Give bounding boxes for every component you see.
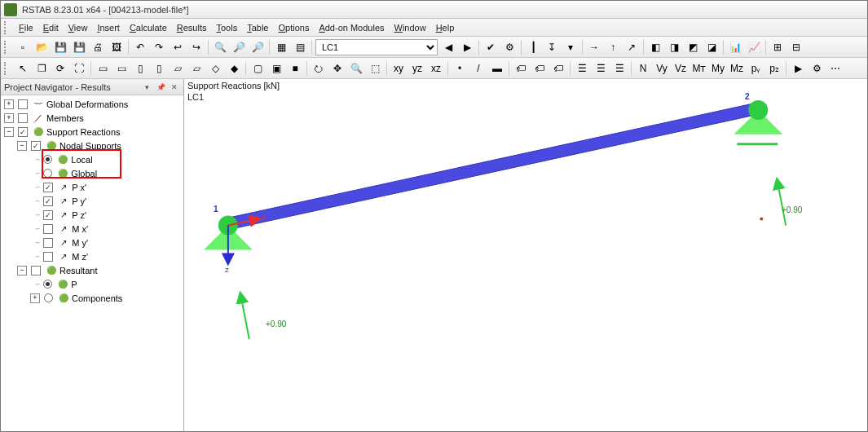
checkbox[interactable]: [31, 141, 41, 151]
tb-top[interactable]: ▱: [169, 60, 187, 77]
tb-filter[interactable]: ▾: [562, 38, 579, 56]
menu-results[interactable]: Results: [172, 21, 212, 34]
tb-cursor[interactable]: ↖: [14, 60, 32, 77]
expand-icon[interactable]: +: [4, 113, 14, 123]
tb-line[interactable]: /: [469, 60, 487, 77]
tb-find[interactable]: 🔎: [230, 38, 248, 56]
tree-row-px[interactable]: ··· ↗ P x': [1, 180, 183, 194]
tb-cfg[interactable]: ⚙: [500, 38, 518, 56]
tb-fit[interactable]: ⛶: [70, 60, 88, 77]
tree-row-members[interactable]: + ／ Members: [1, 111, 183, 125]
checkbox[interactable]: [43, 210, 53, 220]
tb-xz[interactable]: xz: [427, 60, 445, 77]
tb-My[interactable]: My: [709, 60, 727, 77]
tb-anim[interactable]: ▶: [789, 60, 807, 77]
radio-local[interactable]: [43, 155, 52, 164]
tb-res-d[interactable]: ◪: [703, 38, 720, 56]
menu-tools[interactable]: Tools: [211, 21, 242, 34]
tb-rx[interactable]: →: [585, 38, 603, 56]
tb-hidden[interactable]: ▣: [267, 60, 285, 77]
tb-xy[interactable]: xy: [390, 60, 408, 77]
tb-member-forces[interactable]: ┃: [524, 38, 542, 56]
tree-row-py[interactable]: ··· ↗ P y': [1, 194, 183, 208]
menu-insert[interactable]: Insert: [92, 21, 125, 34]
tb-iso[interactable]: ◇: [206, 60, 224, 77]
checkbox[interactable]: [31, 266, 41, 276]
pin-icon[interactable]: 📌: [155, 82, 166, 93]
expand-icon[interactable]: +: [4, 99, 14, 109]
menu-table[interactable]: Table: [242, 21, 273, 34]
checkbox[interactable]: [43, 196, 53, 206]
tb-back[interactable]: ▭: [112, 60, 130, 77]
menu-calculate[interactable]: Calculate: [125, 21, 172, 34]
tb-member-loads[interactable]: ↧: [543, 38, 561, 56]
tb-zoom-win[interactable]: ⬚: [366, 60, 384, 77]
tb-shade[interactable]: ■: [286, 60, 304, 77]
tb-chart[interactable]: 📊: [726, 38, 744, 56]
collapse-icon[interactable]: −: [17, 141, 27, 151]
tb-orbit[interactable]: ⭮: [310, 60, 328, 77]
tb-Mt[interactable]: Mᴛ: [690, 60, 708, 77]
tree-row-p[interactable]: ··· 🟢 P: [1, 277, 183, 291]
checkbox[interactable]: [18, 99, 28, 109]
tb-right[interactable]: ▯: [150, 60, 168, 77]
tb-opts[interactable]: ⚙: [808, 60, 826, 77]
tb-Vy[interactable]: Vy: [653, 60, 671, 77]
radio-p[interactable]: [43, 280, 52, 289]
toolbar-handle[interactable]: [4, 41, 9, 54]
radio-global[interactable]: [43, 169, 52, 178]
toolbar-handle-2[interactable]: [4, 62, 9, 75]
tb-tag2[interactable]: 🏷: [531, 60, 549, 77]
tb-print-preview[interactable]: 🖼: [108, 38, 126, 56]
tb-nav-prev[interactable]: ◀: [439, 38, 457, 56]
tb-save-all[interactable]: 💾: [70, 38, 88, 56]
tree-row-global[interactable]: ··· 🟢 Global: [1, 166, 183, 180]
menu-options[interactable]: Options: [273, 21, 314, 34]
tree-row-support-reactions[interactable]: − 🟢 Support Reactions: [1, 125, 183, 139]
tb-more[interactable]: ⋯: [826, 60, 844, 77]
tb-refresh[interactable]: ⟳: [51, 60, 69, 77]
menu-handle[interactable]: [4, 21, 9, 34]
checkbox[interactable]: [43, 183, 53, 192]
tree-row-resultant[interactable]: − 🟢 Resultant: [1, 263, 183, 277]
tb-res-b[interactable]: ◨: [665, 38, 683, 56]
tb-node[interactable]: •: [451, 60, 469, 77]
tb-open[interactable]: 📂: [33, 38, 51, 56]
tb-Vz[interactable]: Vz: [672, 60, 690, 77]
menu-file[interactable]: File: [14, 21, 38, 34]
menu-add-on-modules[interactable]: Add-on Modules: [314, 21, 389, 34]
tb-find-next[interactable]: 🔎: [249, 38, 267, 56]
tree-row-global-deformations[interactable]: + 〰 Global Deformations: [1, 97, 183, 111]
tb-new-doc[interactable]: ▫: [14, 38, 32, 56]
checkbox[interactable]: [43, 224, 53, 234]
tb-grp1[interactable]: ☰: [573, 60, 591, 77]
tb-tool-b[interactable]: ⊟: [787, 38, 805, 56]
menu-edit[interactable]: Edit: [38, 21, 64, 34]
tb-window[interactable]: ❐: [33, 60, 51, 77]
menu-window[interactable]: Window: [390, 21, 431, 34]
tb-left[interactable]: ▯: [131, 60, 149, 77]
model-viewport[interactable]: Support Reactions [kN] LC1 1 2: [184, 79, 867, 431]
tb-ry[interactable]: ↑: [604, 38, 622, 56]
tb-res-a[interactable]: ◧: [646, 38, 664, 56]
tb-zoom[interactable]: 🔍: [347, 60, 365, 77]
tb-pz[interactable]: p₂: [765, 60, 783, 77]
tb-rz[interactable]: ↗: [623, 38, 641, 56]
menu-view[interactable]: View: [64, 21, 93, 34]
tb-bottom[interactable]: ▱: [187, 60, 205, 77]
tb-res-c[interactable]: ◩: [684, 38, 702, 56]
tb-undo-arrow[interactable]: ↶: [131, 38, 149, 56]
tb-wire[interactable]: ▢: [249, 60, 267, 77]
collapse-icon[interactable]: −: [17, 266, 27, 276]
tb-tag1[interactable]: 🏷: [512, 60, 530, 77]
checkbox[interactable]: [43, 252, 53, 262]
tb-tag3[interactable]: 🏷: [549, 60, 567, 77]
checkbox[interactable]: [18, 127, 28, 137]
expand-icon[interactable]: +: [30, 293, 40, 303]
tb-zoom-extents[interactable]: 🔍: [211, 38, 229, 56]
load-case-select[interactable]: LC1: [315, 39, 438, 55]
tree-row-pz[interactable]: ··· ↗ P z': [1, 208, 183, 222]
tb-Mz[interactable]: Mz: [728, 60, 746, 77]
tb-pan[interactable]: ✥: [328, 60, 346, 77]
tb-print[interactable]: 🖨: [89, 38, 107, 56]
